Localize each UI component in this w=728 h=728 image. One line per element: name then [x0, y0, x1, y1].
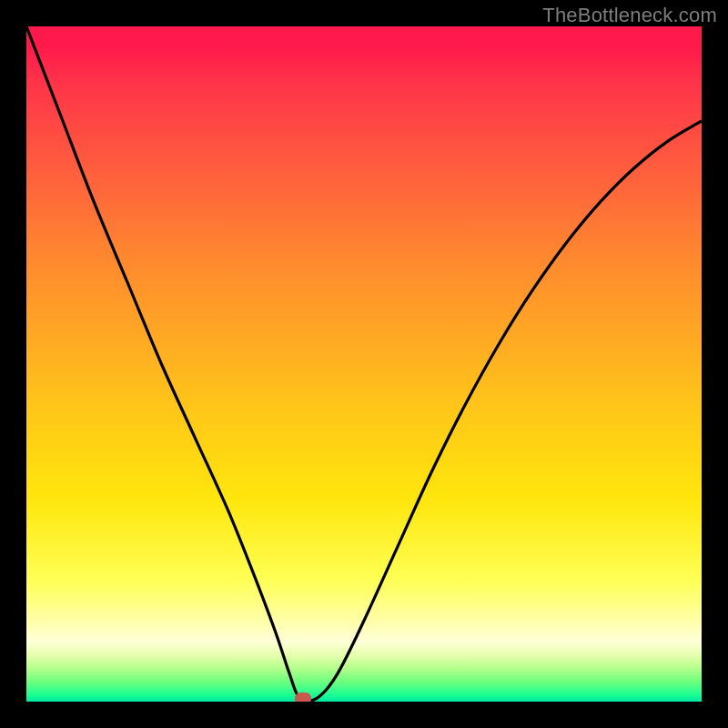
watermark-label: TheBottleneck.com: [542, 4, 717, 27]
plot-area: [26, 26, 702, 702]
bottleneck-curve: [26, 26, 702, 702]
chart-frame: TheBottleneck.com: [0, 0, 728, 728]
minimum-marker-icon: [295, 693, 311, 702]
